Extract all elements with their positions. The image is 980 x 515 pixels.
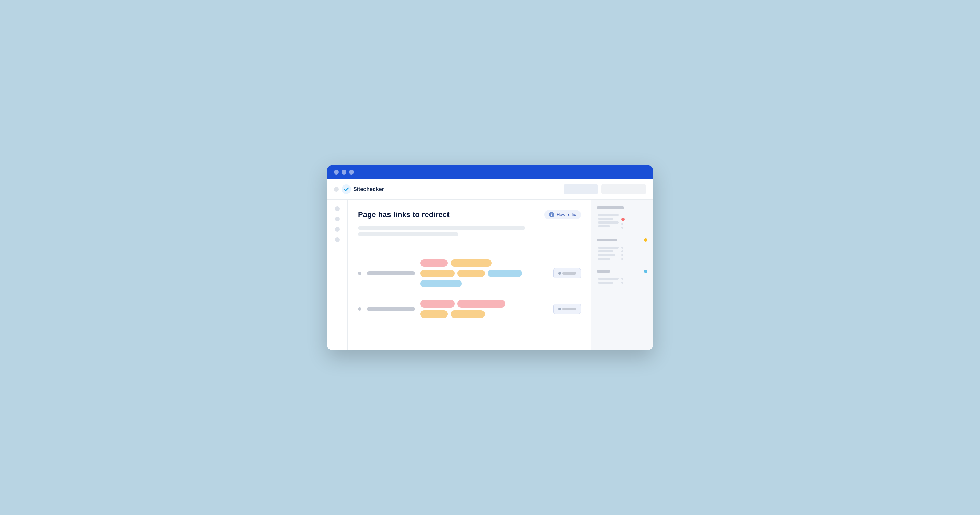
- row-bullet-2: [358, 307, 361, 311]
- tags-row-2-1: [420, 300, 548, 308]
- tag-orange-1: [450, 259, 492, 267]
- rs-mini-bars-3: [598, 278, 619, 284]
- rs-row-header-3: [597, 270, 648, 273]
- svg-point-0: [342, 184, 351, 194]
- tag-orange-5: [450, 310, 485, 318]
- description-bars: [358, 226, 581, 236]
- rs-mini-dot-1-1: [621, 223, 624, 225]
- sidebar-dot-4: [335, 237, 340, 242]
- traffic-light-1: [334, 170, 339, 175]
- rs-mini-bar-2-3: [598, 254, 615, 256]
- logo-icon: Sitechecker: [342, 184, 384, 194]
- rs-mini-dot-3-1: [621, 278, 624, 280]
- logo-circle: [334, 187, 339, 192]
- rs-mini-bar-3-2: [598, 281, 613, 284]
- rs-mini-dot-2-1: [621, 246, 624, 249]
- rs-mini-dot-2-3: [621, 254, 624, 256]
- desc-bar-2: [358, 232, 458, 236]
- row-label-1: [367, 271, 415, 275]
- sidebar-dot-1: [335, 207, 340, 211]
- rs-mini-dot-1-2: [621, 227, 624, 229]
- page-title: Page has links to redirect: [358, 210, 450, 219]
- rs-mini-bar-1-4: [598, 225, 610, 227]
- rs-mini-bar-1-2: [598, 218, 613, 220]
- action-bar-2: [562, 308, 576, 310]
- rs-group-1: [597, 214, 648, 229]
- tag-pink-3: [457, 300, 506, 308]
- table-row: [358, 253, 581, 294]
- action-button-1[interactable]: [554, 268, 581, 278]
- rs-group-2: [597, 246, 648, 260]
- rs-dot-red-1: [621, 218, 625, 221]
- tag-pink-1: [420, 259, 448, 267]
- rs-mini-bars-1: [598, 214, 619, 229]
- right-sidebar: [591, 200, 653, 350]
- sidebar-dot-2: [335, 217, 340, 221]
- desc-bar-1: [358, 226, 525, 230]
- tag-blue-1: [488, 270, 522, 277]
- rs-header-bar-3: [597, 270, 610, 273]
- rs-mini-dot-3-2: [621, 281, 624, 284]
- rs-section-1: [597, 207, 648, 229]
- rs-mini-bars-2: [598, 246, 619, 260]
- rs-mini-dots-2: [621, 246, 624, 260]
- nav-button-primary[interactable]: [564, 184, 598, 194]
- rs-group-3: [597, 278, 648, 284]
- row-bullet-1: [358, 272, 361, 275]
- tag-pink-2: [420, 300, 455, 308]
- tag-orange-4: [420, 310, 448, 318]
- rs-dot-blue-1: [644, 270, 648, 273]
- rs-mini-bar-1-3: [598, 221, 619, 224]
- nav-buttons: [564, 184, 646, 194]
- rs-mini-bar-3-1: [598, 278, 619, 280]
- rs-header-bar-1: [597, 207, 624, 209]
- tags-row-2-2: [420, 310, 548, 318]
- rs-header-bar-2: [597, 238, 617, 242]
- action-button-2[interactable]: [554, 304, 581, 314]
- logo-area: Sitechecker: [334, 184, 384, 194]
- tags-area-1: [420, 259, 548, 287]
- action-icon-1: [558, 272, 561, 275]
- rs-section-3: [597, 270, 648, 284]
- browser-titlebar: [327, 165, 653, 179]
- page-header: Page has links to redirect ? How to fix: [358, 210, 581, 219]
- main-layout: Page has links to redirect ? How to fix: [327, 200, 653, 350]
- tag-orange-3: [457, 270, 485, 277]
- tag-orange-2: [420, 270, 455, 277]
- traffic-light-3: [349, 170, 354, 175]
- how-to-fix-button[interactable]: ? How to fix: [544, 210, 581, 219]
- sitechecker-logo-icon: [342, 184, 351, 194]
- content-area: Page has links to redirect ? How to fix: [348, 200, 591, 350]
- nav-button-secondary[interactable]: [601, 184, 646, 194]
- table-row-2: [358, 294, 581, 324]
- separator-1: [358, 243, 581, 243]
- tags-area-2: [420, 300, 548, 318]
- row-label-2: [367, 307, 415, 311]
- rs-row-header-1: [597, 207, 648, 209]
- help-icon: ?: [549, 212, 554, 218]
- action-icon-2: [558, 308, 561, 310]
- logo-text: Sitechecker: [353, 186, 384, 192]
- rs-mini-bar-2-1: [598, 246, 619, 249]
- tags-row-1-2: [420, 270, 548, 277]
- left-sidebar: [327, 200, 348, 350]
- how-to-fix-label: How to fix: [557, 212, 576, 217]
- rs-mini-dot-2-2: [621, 250, 624, 252]
- navbar: Sitechecker: [327, 179, 653, 200]
- sidebar-dot-3: [335, 227, 340, 232]
- traffic-light-2: [342, 170, 346, 175]
- rs-mini-bar-2-4: [598, 258, 610, 260]
- browser-window: Sitechecker Page has links to redirect ?…: [327, 165, 653, 350]
- rs-row-header-2: [597, 238, 648, 242]
- tags-row-1-3: [420, 280, 548, 287]
- rs-mini-dots-3: [621, 278, 624, 284]
- rs-dot-orange-1: [644, 238, 648, 242]
- tag-blue-2: [420, 280, 461, 287]
- rs-mini-dot-2-4: [621, 258, 624, 260]
- rs-mini-bar-1-1: [598, 214, 619, 216]
- rs-mini-dots-1: [621, 214, 625, 229]
- action-bar-1: [562, 272, 576, 275]
- rs-mini-bar-2-2: [598, 250, 613, 252]
- tags-row-1-1: [420, 259, 548, 267]
- rs-section-2: [597, 238, 648, 260]
